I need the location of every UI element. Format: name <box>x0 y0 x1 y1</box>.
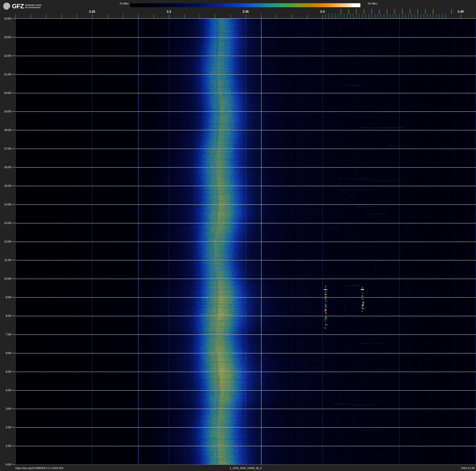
hour-label: 9:00 <box>0 295 11 299</box>
hour-label: 18:00 <box>0 128 11 132</box>
wifi-channel-tick <box>348 9 349 14</box>
freq-label: 2.4 <box>312 10 333 13</box>
hour-label: 7:00 <box>0 333 11 336</box>
freq-minor-tick <box>138 14 138 18</box>
logo-subtitle-line2: for Geosciences <box>25 6 42 9</box>
spectrogram-heatmap <box>15 18 476 465</box>
colorbar-max-label: -55 dBm <box>367 2 377 5</box>
colorbar-gradient <box>130 3 360 7</box>
hour-tick <box>12 18 15 19</box>
freq-minor-tick <box>261 14 261 18</box>
wifi-channel-tick <box>364 9 364 14</box>
ble-channel-tick <box>430 14 430 18</box>
ble-channel-tick <box>369 14 369 18</box>
hour-tick <box>12 316 15 316</box>
hour-tick <box>12 353 15 353</box>
hour-tick <box>12 130 15 130</box>
freq-minor-tick <box>307 14 307 18</box>
hour-label: 16:00 <box>0 165 11 169</box>
wifi-channel-tick <box>433 9 433 14</box>
ble-channel-tick <box>415 14 415 18</box>
freq-minor-tick <box>169 14 169 18</box>
hour-tick <box>12 204 15 205</box>
ble-channel-tick <box>338 14 338 18</box>
dataset-filename: 1_2200_2500_10000_40_0 <box>15 467 476 470</box>
freq-minor-tick <box>200 14 200 18</box>
wifi-channel-tick <box>418 9 418 14</box>
ble-channel-tick <box>329 14 329 18</box>
ble-channel-tick <box>396 14 396 18</box>
freq-minor-tick <box>230 14 231 18</box>
hour-tick <box>12 241 15 242</box>
hour-tick <box>12 74 15 74</box>
ble-channel-tick <box>427 14 427 18</box>
ble-channel-tick <box>402 14 403 18</box>
freq-minor-tick <box>246 14 246 18</box>
ble-channel-tick <box>335 14 335 18</box>
hour-label: 19:00 <box>0 109 11 113</box>
ble-channel-tick <box>424 14 424 18</box>
hour-tick <box>12 427 15 428</box>
freq-minor-tick <box>215 14 215 18</box>
freq-label: 2.49 <box>450 10 471 13</box>
hour-label: 6:00 <box>0 351 11 355</box>
ble-channel-tick <box>421 14 421 18</box>
hour-label: 8:00 <box>0 314 11 318</box>
ble-channel-tick <box>393 14 393 18</box>
wifi-channel-tick <box>372 9 372 14</box>
freq-minor-tick <box>184 14 185 18</box>
ble-channel-tick <box>399 14 400 18</box>
ble-channel-tick <box>365 14 366 18</box>
hour-tick <box>12 37 15 37</box>
hour-label: 11:00 <box>0 258 11 262</box>
ble-channel-tick <box>325 14 326 18</box>
freq-label: 2.25 <box>81 10 103 13</box>
hour-label: 24:00 <box>0 17 11 20</box>
hour-label: 23:00 <box>0 35 11 39</box>
freq-minor-tick <box>323 14 323 18</box>
hour-label: 17:00 <box>0 147 11 150</box>
ble-channel-tick <box>362 14 363 18</box>
hour-tick <box>12 260 15 260</box>
freq-label: 2.35 <box>235 10 256 13</box>
ble-channel-tick <box>445 14 446 18</box>
hour-label: 14:00 <box>0 203 11 206</box>
ble-channel-tick <box>433 14 433 18</box>
wifi-channel-tick <box>356 9 357 14</box>
doi-text: https://doi.org/10.5880/GFZ.1.2.2024.003 <box>15 467 63 470</box>
freq-minor-tick <box>107 14 108 18</box>
freq-minor-tick <box>153 14 154 18</box>
freq-minor-tick <box>123 14 123 18</box>
ble-channel-tick <box>359 14 360 18</box>
ble-channel-tick <box>390 14 390 18</box>
hour-tick <box>12 167 15 167</box>
freq-minor-tick <box>31 14 31 18</box>
wifi-channel-tick <box>341 9 341 14</box>
freq-minor-tick <box>276 14 277 18</box>
hour-tick <box>12 409 15 409</box>
hour-label: 10:00 <box>0 277 11 281</box>
freq-minor-tick <box>77 14 77 18</box>
hour-tick <box>12 334 15 335</box>
hour-tick <box>12 446 15 446</box>
wifi-channel-tick <box>379 9 380 14</box>
ble-channel-tick <box>384 14 384 18</box>
ble-channel-tick <box>341 14 341 18</box>
wifi-channel-tick <box>425 9 426 14</box>
hour-label: 1:00 <box>0 444 11 448</box>
ble-channel-tick <box>344 14 344 18</box>
hour-tick <box>12 297 15 297</box>
ble-channel-tick <box>375 14 375 18</box>
freq-minor-tick <box>61 14 62 18</box>
wifi-channel-tick <box>387 9 387 14</box>
ble-channel-tick <box>350 14 350 18</box>
ble-channel-tick <box>378 14 378 18</box>
ble-channel-tick <box>353 14 354 18</box>
ble-channel-tick <box>408 14 409 18</box>
gfz-logo-icon <box>3 2 10 10</box>
hour-tick <box>12 372 15 372</box>
ble-channel-tick <box>442 14 442 18</box>
logo-subtitle: Helmholtz Centre for Geosciences <box>25 4 42 9</box>
hour-tick <box>12 279 15 279</box>
ble-channel-tick <box>332 14 332 18</box>
